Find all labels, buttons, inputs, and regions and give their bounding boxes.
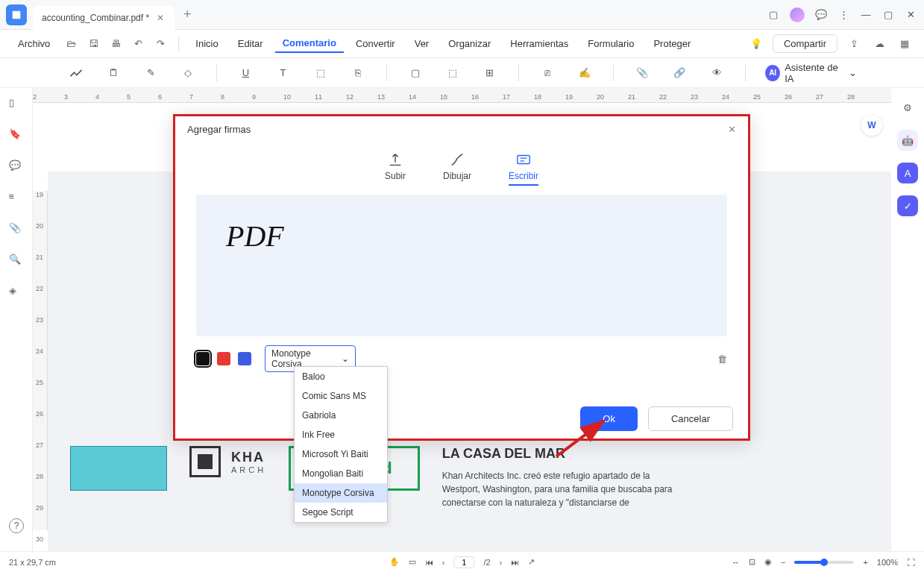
settings-icon[interactable]: ⚙ [897, 97, 918, 118]
share-alt-icon[interactable]: ⇪ [845, 35, 863, 53]
font-option[interactable]: Ink Free [295, 425, 387, 444]
menu-proteger[interactable]: Proteger [646, 35, 698, 52]
save-icon[interactable]: 🖫 [84, 35, 102, 53]
font-option[interactable]: Microsoft Yi Baiti [295, 444, 387, 464]
menu-inicio[interactable]: Inicio [188, 35, 225, 52]
color-black-swatch[interactable] [196, 352, 210, 365]
maximize-icon[interactable]: ▢ [882, 9, 894, 21]
color-red-swatch[interactable] [217, 352, 230, 365]
font-option[interactable]: Segoe Script [295, 503, 387, 522]
font-option[interactable]: Mongolian Baiti [295, 464, 387, 483]
help-icon[interactable]: ? [9, 518, 24, 533]
add-tab-button[interactable]: + [183, 7, 192, 22]
check-icon[interactable]: ✓ [897, 195, 918, 216]
menu-herramientas[interactable]: Herramientas [503, 35, 576, 52]
menu-ver[interactable]: Ver [407, 35, 437, 52]
close-tab-icon[interactable]: ✕ [155, 13, 166, 23]
callout-icon[interactable]: ⎘ [349, 63, 367, 83]
first-page-icon[interactable]: ⏮ [425, 558, 433, 567]
svg-rect-1 [518, 156, 530, 164]
tab-type[interactable]: Escribir [509, 151, 538, 186]
jump-icon[interactable]: ↗ [528, 557, 535, 567]
tab-title: accounting_Combinar.pdf * [42, 13, 149, 23]
menu-formulario[interactable]: Formulario [580, 35, 641, 52]
dialog-close-icon[interactable]: ✕ [728, 124, 736, 135]
fit-page-icon[interactable]: ⊡ [749, 557, 755, 567]
fullscreen-icon[interactable]: ⛶ [907, 558, 915, 567]
zoom-out-icon[interactable]: − [781, 558, 785, 567]
minimize-icon[interactable]: — [860, 9, 872, 21]
panel-icon[interactable]: ▢ [767, 9, 779, 21]
stamp-icon[interactable]: ⎚ [538, 63, 556, 83]
menu-editar[interactable]: Editar [230, 35, 271, 52]
ai-assistant-button[interactable]: AI Asistente de IA ⌄ [765, 62, 857, 84]
grid-icon[interactable]: ▦ [896, 35, 914, 53]
add-signature-dialog: Agregar firmas ✕ Subir Dibujar Escribir … [173, 114, 750, 441]
layers-icon[interactable]: ≡ [9, 191, 24, 206]
bookmark-icon[interactable]: 🔖 [9, 128, 24, 143]
color-blue-swatch[interactable] [238, 352, 251, 365]
fit-width-icon[interactable]: ↔ [732, 558, 740, 567]
word-export-icon[interactable]: W [861, 115, 882, 136]
text-icon[interactable]: T [274, 63, 292, 83]
font-option[interactable]: Monotype Corsiva [295, 483, 387, 503]
open-icon[interactable]: 🗁 [62, 35, 80, 53]
hand-tool-icon[interactable]: ✋ [389, 557, 400, 567]
user-avatar-icon[interactable] [790, 7, 805, 22]
close-window-icon[interactable]: ✕ [905, 9, 917, 21]
link-icon[interactable]: 🔗 [670, 63, 688, 83]
ok-button[interactable]: Ok [580, 406, 638, 431]
area-icon[interactable]: ⬚ [444, 63, 462, 83]
tab-upload[interactable]: Subir [385, 151, 406, 186]
sign-icon[interactable]: ✍ [576, 63, 594, 83]
signature-canvas[interactable]: PDF [196, 195, 727, 336]
menu-file[interactable]: Archivo [10, 35, 57, 52]
page-number-input[interactable] [453, 556, 474, 568]
prev-page-icon[interactable]: ‹ [442, 558, 445, 567]
attachment-panel-icon[interactable]: 📎 [9, 222, 24, 237]
bulb-icon[interactable]: 💡 [747, 35, 765, 53]
read-mode-icon[interactable]: ◉ [764, 557, 772, 567]
robot-icon[interactable]: 🤖 [897, 130, 918, 151]
zoom-value[interactable]: 100% [877, 558, 898, 567]
menu-convertir[interactable]: Convertir [348, 35, 403, 52]
menu-comentario[interactable]: Comentario [275, 34, 344, 53]
next-page-icon[interactable]: › [500, 558, 503, 567]
page-thumb-icon[interactable]: ▯ [9, 97, 24, 112]
highlight-icon[interactable] [67, 63, 85, 83]
attach-icon[interactable]: 📎 [633, 63, 651, 83]
search-icon[interactable]: 🔍 [9, 254, 24, 268]
select-tool-icon[interactable]: ▭ [409, 557, 416, 567]
shape-icon[interactable]: ▢ [406, 63, 424, 83]
document-tab[interactable]: accounting_Combinar.pdf * ✕ [33, 6, 175, 30]
titlebar: accounting_Combinar.pdf * ✕ + ▢ 💬 ⋮ — ▢ … [0, 0, 924, 30]
comment-panel-icon[interactable]: 💬 [9, 160, 24, 175]
stack-icon[interactable]: ◈ [9, 285, 24, 300]
last-page-icon[interactable]: ⏭ [511, 558, 519, 567]
delete-signature-icon[interactable]: 🗑 [717, 353, 727, 365]
tab-draw[interactable]: Dibujar [443, 151, 471, 186]
share-button[interactable]: Compartir [773, 34, 837, 53]
zoom-in-icon[interactable]: + [863, 558, 867, 567]
font-option[interactable]: Baloo [295, 367, 387, 386]
print-icon[interactable]: 🖶 [107, 35, 125, 53]
pencil-icon[interactable]: ✎ [142, 63, 160, 83]
textbox-icon[interactable]: ⬚ [311, 63, 329, 83]
redo-icon[interactable]: ↷ [151, 35, 169, 53]
casa-body: Khan Architects Inc. creó este refugio a… [442, 469, 681, 509]
note-icon[interactable]: 🗒 [104, 63, 122, 83]
cancel-button[interactable]: Cancelar [648, 406, 733, 431]
more-icon[interactable]: ⋮ [837, 9, 849, 21]
underline-icon[interactable]: U [236, 63, 254, 83]
menu-organizar[interactable]: Organizar [441, 35, 498, 52]
font-option[interactable]: Gabriola [295, 406, 387, 425]
cloud-icon[interactable]: ☁ [870, 35, 888, 53]
chat-icon[interactable]: 💬 [815, 9, 827, 21]
font-option[interactable]: Comic Sans MS [295, 386, 387, 406]
zoom-slider[interactable] [794, 561, 854, 564]
translate-icon[interactable]: A [897, 163, 918, 183]
undo-icon[interactable]: ↶ [129, 35, 147, 53]
eye-icon[interactable]: 👁 [708, 63, 726, 83]
eraser-icon[interactable]: ◇ [179, 63, 197, 83]
measure-icon[interactable]: ⊞ [481, 63, 499, 83]
